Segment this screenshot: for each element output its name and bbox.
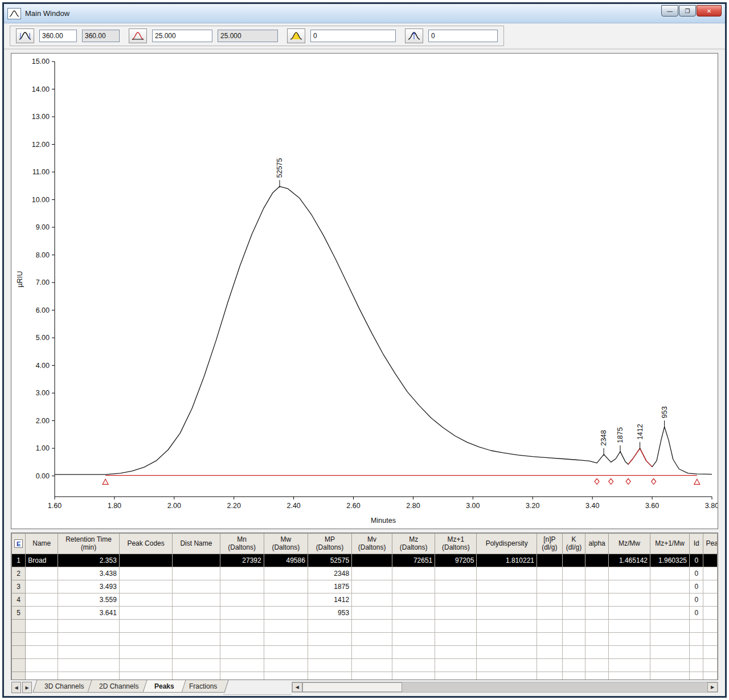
table-cell[interactable]: 0 (690, 580, 703, 593)
table-cell[interactable] (562, 646, 585, 659)
table-cell[interactable] (58, 633, 120, 646)
table-cell[interactable] (703, 672, 718, 681)
table-cell[interactable] (650, 567, 690, 580)
table-cell[interactable]: 0 (690, 593, 703, 607)
table-cell[interactable] (352, 580, 392, 593)
table-cell[interactable] (435, 672, 477, 681)
peak-red-icon[interactable] (129, 28, 147, 43)
table-cell[interactable] (173, 580, 220, 593)
table-cell[interactable] (585, 633, 609, 646)
table-cell[interactable]: 1.465142 (608, 554, 650, 567)
table-cell[interactable] (650, 580, 690, 593)
table-cell[interactable] (119, 607, 172, 620)
table-cell[interactable] (308, 633, 351, 646)
table-cell[interactable] (392, 672, 435, 681)
table-cell[interactable] (608, 607, 650, 620)
table-cell[interactable]: 2.353 (58, 554, 120, 567)
table-cell[interactable] (392, 567, 435, 580)
table-cell[interactable]: 1.810221 (477, 554, 537, 567)
table-cell[interactable] (477, 567, 537, 580)
table-cell[interactable] (308, 646, 351, 659)
table-cell[interactable]: 953 (308, 607, 351, 620)
column-header-name[interactable]: Name (26, 534, 58, 554)
table-cell[interactable] (352, 633, 392, 646)
table-cell[interactable] (435, 620, 477, 633)
table-cell[interactable] (352, 593, 392, 607)
table-cell[interactable] (585, 567, 609, 580)
table-cell[interactable] (690, 633, 703, 646)
table-cell[interactable] (26, 646, 58, 659)
table-cell[interactable] (119, 554, 172, 567)
table-cell[interactable]: 1875 (308, 580, 351, 593)
column-header-k[interactable]: K(dl/g) (562, 534, 585, 554)
table-cell[interactable] (26, 659, 58, 672)
close-button[interactable]: ✕ (697, 5, 722, 17)
table-cell[interactable] (608, 620, 650, 633)
table-cell[interactable] (352, 567, 392, 580)
table-cell[interactable] (690, 672, 703, 681)
row-number[interactable]: 5 (12, 607, 26, 620)
row-number[interactable] (12, 620, 26, 633)
table-cell[interactable] (477, 672, 537, 681)
table-cell[interactable] (537, 633, 563, 646)
table-cell[interactable]: 3.438 (58, 567, 120, 580)
table-cell[interactable] (264, 659, 308, 672)
table-cell[interactable]: 1412 (308, 593, 351, 607)
table-cell[interactable]: 52575 (308, 554, 351, 567)
table-cell[interactable] (26, 633, 58, 646)
table-cell[interactable] (703, 580, 718, 593)
table-cell[interactable] (435, 659, 477, 672)
column-header-mz-mw[interactable]: Mz/Mw (608, 534, 650, 554)
scrollbar-left-icon[interactable]: ◀ (292, 682, 302, 692)
table-cell[interactable] (435, 593, 477, 607)
table-cell[interactable] (585, 607, 609, 620)
table-cell[interactable] (352, 659, 392, 672)
table-cell[interactable] (26, 567, 58, 580)
table-cell[interactable]: 0 (690, 554, 703, 567)
toolbar-field[interactable] (82, 30, 120, 42)
table-cell[interactable] (562, 633, 585, 646)
tab-peaks[interactable]: Peaks (142, 680, 186, 693)
table-cell[interactable] (264, 646, 308, 659)
toolbar-field[interactable] (218, 30, 278, 42)
table-cell[interactable] (650, 646, 690, 659)
table-cell[interactable] (119, 620, 172, 633)
table-cell[interactable]: 0 (690, 567, 703, 580)
toolbar-field[interactable] (310, 30, 396, 42)
table-cell[interactable] (26, 607, 58, 620)
row-number[interactable]: 1 (12, 554, 26, 567)
column-header--n-p[interactable]: [n]P(dl/g) (537, 534, 563, 554)
table-cell[interactable] (477, 646, 537, 659)
table-cell[interactable] (220, 567, 264, 580)
row-number[interactable]: 3 (12, 580, 26, 593)
table-cell[interactable] (264, 607, 308, 620)
chromatogram-svg[interactable]: 0.001.002.003.004.005.006.007.008.009.00… (11, 54, 718, 529)
table-cell[interactable] (352, 620, 392, 633)
table-cell[interactable] (392, 646, 435, 659)
table-cell[interactable] (352, 607, 392, 620)
table-cell[interactable] (58, 620, 120, 633)
table-cell[interactable] (264, 593, 308, 607)
table-cell[interactable] (119, 567, 172, 580)
table-cell[interactable] (26, 620, 58, 633)
table-cell[interactable] (173, 620, 220, 633)
column-header-mn[interactable]: Mn(Daltons) (220, 534, 264, 554)
column-header-pea[interactable]: Pea (703, 534, 718, 554)
table-cell[interactable] (703, 607, 718, 620)
table-cell[interactable] (264, 620, 308, 633)
table-cell[interactable] (264, 672, 308, 681)
table-cell[interactable] (585, 593, 609, 607)
scrollbar-thumb[interactable] (302, 682, 402, 692)
table-cell[interactable] (220, 646, 264, 659)
table-cell[interactable] (585, 672, 609, 681)
table-cell[interactable]: 49586 (264, 554, 308, 567)
row-number[interactable] (12, 672, 26, 681)
peak-cursor-icon[interactable] (405, 28, 423, 43)
table-cell[interactable] (173, 593, 220, 607)
column-header-mp[interactable]: MP(Daltons) (308, 534, 351, 554)
table-cell[interactable] (26, 580, 58, 593)
table-cell[interactable] (608, 633, 650, 646)
table-cell[interactable] (585, 646, 609, 659)
column-header-mv[interactable]: Mv(Daltons) (352, 534, 392, 554)
table-cell[interactable] (585, 554, 609, 567)
